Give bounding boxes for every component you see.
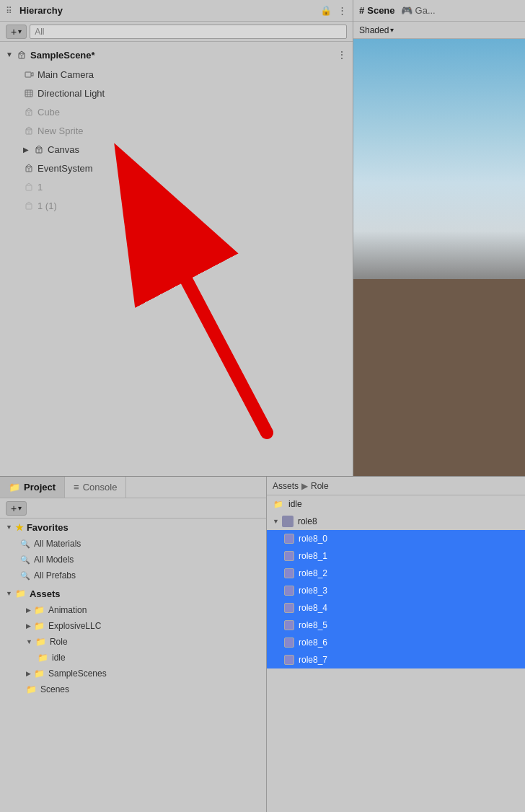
new-sprite-label: New Sprite (38, 125, 84, 136)
collapse-triangle-icon: ▼ (6, 50, 14, 59)
directional-light-label: Directional Light (38, 88, 105, 99)
folder-tab-icon: 📁 (9, 482, 20, 493)
favorites-header[interactable]: ▼ ★ Favorites (0, 518, 266, 536)
hierarchy-item-main-camera[interactable]: Main Camera (0, 65, 353, 84)
assets-role-idle[interactable]: 📁 idle (0, 650, 266, 666)
project-toolbar: + ▾ (0, 498, 266, 518)
asset-role8-2[interactable]: role8_2 (267, 565, 525, 582)
cube-icon (23, 106, 35, 118)
favorites-label: Favorites (27, 522, 69, 533)
role8-5-label: role8_5 (299, 620, 327, 630)
lock-icon[interactable]: 🔒 (320, 5, 332, 16)
role8-3-label: role8_3 (299, 586, 327, 596)
favorites-section: ▼ ★ Favorites 🔍 All Materials 🔍 All Mode… (0, 518, 266, 583)
canvas-object-icon (33, 144, 45, 155)
assets-role-item[interactable]: ▼ 📁 Role (0, 634, 266, 650)
role8-2-icon (284, 568, 294, 578)
shaded-bar: Shaded ▾ (353, 22, 525, 39)
role8-label: role8 (298, 516, 317, 526)
hierarchy-search-bar: + ▾ (0, 22, 353, 42)
hierarchy-item-directional-light[interactable]: Directional Light (0, 84, 353, 102)
asset-role8-6[interactable]: role8_6 (267, 634, 525, 651)
all-prefabs-label: All Prefabs (34, 570, 76, 581)
assets-animation-item[interactable]: ▶ 📁 Animation (0, 602, 266, 618)
cube-label: Cube (38, 107, 60, 118)
breadcrumb-role: Role (311, 481, 329, 491)
scenes-label: Scenes (40, 684, 69, 694)
new-sprite-icon (23, 125, 35, 136)
item-1-1-icon (23, 200, 35, 211)
favorites-all-prefabs[interactable]: 🔍 All Prefabs (0, 568, 266, 583)
search-icon-prefabs: 🔍 (20, 571, 30, 581)
role8-folder-icon (282, 516, 294, 527)
asset-role8-0[interactable]: role8_0 (267, 530, 525, 547)
more-options-icon[interactable]: ⋮ (338, 5, 347, 16)
tab-console[interactable]: ≡ Console (65, 477, 126, 498)
assets-tree-header[interactable]: ▼ 📁 Assets (0, 585, 266, 602)
role8-0-label: role8_0 (299, 534, 327, 544)
animation-folder-icon: 📁 (34, 605, 45, 615)
assets-scenes-item[interactable]: 📁 Scenes (0, 681, 266, 697)
assets-sample-scenes-item[interactable]: ▶ 📁 SampleScenes (0, 666, 266, 681)
favorites-all-materials[interactable]: 🔍 All Materials (0, 536, 266, 552)
game-tab[interactable]: 🎮 Ga... (401, 5, 436, 16)
svg-rect-1 (25, 72, 31, 77)
role8-expand-icon: ▼ (273, 518, 279, 525)
asset-role8-5[interactable]: role8_5 (267, 617, 525, 634)
hierarchy-item-cube[interactable]: Cube (0, 102, 353, 121)
scene-root-item[interactable]: ▼ SampleScene* ⋮ (0, 45, 353, 65)
hierarchy-content: ▼ SampleScene* ⋮ (0, 42, 353, 476)
scene-tab[interactable]: # Scene (359, 5, 395, 16)
assets-breadcrumb: Assets ▶ Role (267, 477, 525, 495)
bottom-area: 📁 Project ≡ Console + ▾ ▼ (0, 476, 525, 812)
role8-6-icon (284, 637, 294, 648)
asset-role8-1[interactable]: role8_1 (267, 547, 525, 565)
assets-tree-section: ▼ 📁 Assets ▶ 📁 Animation ▶ 📁 ExplosiveLL… (0, 585, 266, 697)
role-expand-icon: ▼ (26, 638, 32, 645)
game-tab-label: Ga... (415, 5, 436, 16)
role8-3-icon (284, 586, 294, 596)
asset-idle[interactable]: 📁 idle (267, 495, 525, 513)
idle-folder-icon: 📁 (273, 498, 284, 510)
project-tabs: 📁 Project ≡ Console (0, 477, 266, 498)
asset-role8[interactable]: ▼ role8 (267, 513, 525, 530)
scene-more-icon[interactable]: ⋮ (337, 49, 347, 61)
scene-panel: # Scene 🎮 Ga... Shaded ▾ (353, 0, 525, 476)
project-panel: 📁 Project ≡ Console + ▾ ▼ (0, 477, 267, 812)
asset-role8-7[interactable]: role8_7 (267, 651, 525, 668)
shaded-label: Shaded (359, 25, 389, 35)
plus-icon: + (11, 26, 17, 37)
assets-panel: Assets ▶ Role 📁 idle ▼ role8 (267, 477, 525, 812)
assets-explosive-item[interactable]: ▶ 📁 ExplosiveLLC (0, 618, 266, 634)
hierarchy-item-event-system[interactable]: EventSystem (0, 159, 353, 177)
hierarchy-add-button[interactable]: + ▾ (6, 25, 27, 39)
project-tab-label: Project (24, 482, 56, 493)
hierarchy-item-1-1[interactable]: 1 (1) (0, 196, 353, 215)
asset-role8-3[interactable]: role8_3 (267, 582, 525, 599)
favorites-all-models[interactable]: 🔍 All Models (0, 552, 266, 568)
hierarchy-item-1[interactable]: 1 (0, 177, 353, 196)
all-materials-label: All Materials (34, 539, 81, 549)
dropdown-arrow: ▾ (18, 27, 22, 35)
scene-view[interactable] (353, 39, 525, 476)
svg-rect-8 (26, 204, 32, 209)
scene-name: SampleScene* (30, 50, 95, 61)
role-idle-label: idle (52, 653, 66, 663)
shaded-dropdown-icon: ▾ (390, 26, 394, 34)
role-label: Role (50, 637, 68, 647)
asset-role8-4[interactable]: role8_4 (267, 599, 525, 617)
role8-7-label: role8_7 (299, 655, 327, 665)
item-1-label: 1 (38, 182, 43, 193)
main-camera-label: Main Camera (38, 69, 94, 80)
project-add-button[interactable]: + ▾ (6, 501, 27, 516)
animation-expand-icon: ▶ (26, 606, 31, 614)
tab-project[interactable]: 📁 Project (0, 477, 65, 498)
breadcrumb-sep-1: ▶ (301, 481, 308, 491)
sample-expand-icon: ▶ (26, 670, 31, 677)
event-system-icon (23, 162, 35, 174)
hierarchy-search-input[interactable] (30, 25, 347, 39)
svg-rect-7 (26, 185, 32, 190)
hierarchy-item-new-sprite[interactable]: New Sprite (0, 121, 353, 140)
hierarchy-item-canvas[interactable]: ▶ Canvas (0, 140, 353, 159)
item-1-1-label: 1 (1) (38, 200, 57, 211)
